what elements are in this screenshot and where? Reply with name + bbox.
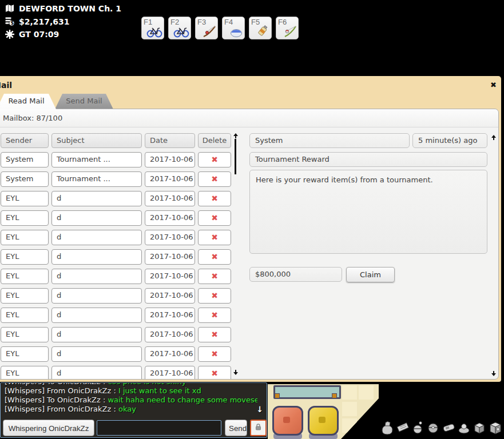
delete-x-icon[interactable]: ✖ [211, 155, 218, 164]
cell-sender[interactable]: EYL [1, 366, 49, 379]
cell-date[interactable]: 2017-10-06 [145, 288, 195, 304]
delete-mail-button[interactable]: ✖ [198, 191, 231, 206]
table-row[interactable]: EYL d 2017-10-06 ✖ [1, 308, 231, 323]
cell-sender[interactable]: System [1, 152, 49, 167]
cell-date[interactable]: 2017-10-06 [145, 152, 195, 167]
table-scrollbar-thumb[interactable] [235, 139, 236, 174]
tab-read-mail[interactable]: Read Mail [0, 94, 56, 109]
delete-mail-button[interactable]: ✖ [198, 346, 231, 362]
table-row[interactable]: EYL d 2017-10-06 ✖ [1, 249, 231, 265]
chat-log[interactable]: [Whispers] To OnicDrakZz : cos price is … [5, 383, 257, 418]
hotbar-f1-button[interactable]: F1 [141, 17, 164, 39]
device-icon[interactable] [459, 424, 469, 433]
table-row[interactable]: EYL d 2017-10-06 ✖ [1, 366, 231, 379]
cell-subject[interactable]: d [51, 346, 142, 362]
delete-x-icon[interactable]: ✖ [211, 369, 218, 378]
cell-subject[interactable]: d [51, 210, 142, 226]
tab-send-mail[interactable]: Send Mail [55, 94, 113, 109]
delete-x-icon[interactable]: ✖ [211, 194, 218, 203]
chat-scroll-down-icon[interactable]: ↓ [256, 405, 263, 414]
cell-date[interactable]: 2017-10-06 [145, 269, 195, 284]
delete-x-icon[interactable]: ✖ [211, 310, 218, 320]
cell-sender[interactable]: EYL [1, 269, 49, 284]
delete-mail-button[interactable]: ✖ [198, 288, 231, 304]
pokeball-sparkle-icon[interactable] [414, 422, 422, 433]
cell-subject[interactable]: d [51, 269, 142, 284]
cell-date[interactable]: 2017-10-06 [145, 346, 195, 362]
delete-mail-button[interactable]: ✖ [198, 171, 231, 187]
cell-subject[interactable]: d [51, 366, 142, 379]
delete-x-icon[interactable]: ✖ [211, 174, 218, 183]
close-icon[interactable]: ✖ [490, 81, 497, 89]
table-row[interactable]: EYL d 2017-10-06 ✖ [1, 288, 231, 304]
cell-subject[interactable]: d [51, 191, 142, 206]
cell-subject[interactable]: d [51, 288, 142, 304]
send-button[interactable]: Send [225, 420, 247, 436]
cell-date[interactable]: 2017-10-06 [145, 171, 195, 187]
table-row[interactable]: EYL d 2017-10-06 ✖ [1, 210, 231, 226]
cell-sender[interactable]: EYL [1, 210, 49, 226]
delete-mail-button[interactable]: ✖ [198, 269, 231, 284]
cell-sender[interactable]: System [1, 171, 49, 187]
cell-subject[interactable]: d [51, 249, 142, 265]
cell-subject[interactable]: Tournament ... [51, 152, 142, 167]
table-scroll-down-icon[interactable] [232, 370, 239, 376]
phone-icon[interactable] [443, 424, 455, 432]
table-row[interactable]: EYL d 2017-10-06 ✖ [1, 230, 231, 245]
delete-mail-button[interactable]: ✖ [198, 327, 231, 342]
cell-sender[interactable]: EYL [1, 346, 49, 362]
delete-mail-button[interactable]: ✖ [198, 249, 231, 265]
delete-x-icon[interactable]: ✖ [211, 330, 218, 339]
hotbar-f4-button[interactable]: F4 [222, 17, 245, 39]
table-row[interactable]: EYL d 2017-10-06 ✖ [1, 191, 231, 206]
delete-x-icon[interactable]: ✖ [211, 291, 218, 300]
delete-x-icon[interactable]: ✖ [211, 233, 218, 242]
delete-mail-button[interactable]: ✖ [198, 308, 231, 323]
cell-sender[interactable]: EYL [1, 327, 49, 342]
header-date[interactable]: Date [145, 133, 195, 148]
cell-subject[interactable]: Tournament ... [51, 171, 142, 187]
camera-box-icon[interactable] [490, 422, 501, 434]
cell-subject[interactable]: d [51, 327, 142, 342]
cell-date[interactable]: 2017-10-06 [145, 210, 195, 226]
delete-x-icon[interactable]: ✖ [211, 213, 218, 222]
delete-mail-button[interactable]: ✖ [198, 210, 231, 226]
chat-channel-button[interactable]: Whispering OnicDrakZz [3, 420, 94, 436]
delete-mail-button[interactable]: ✖ [198, 230, 231, 245]
cell-sender[interactable]: EYL [1, 249, 49, 265]
header-subject[interactable]: Subject [51, 133, 142, 148]
cell-date[interactable]: 2017-10-06 [145, 308, 195, 323]
cell-sender[interactable]: EYL [1, 308, 49, 323]
cell-sender[interactable]: EYL [1, 230, 49, 245]
hotbar-f3-button[interactable]: F3 [195, 17, 218, 39]
cell-date[interactable]: 2017-10-06 [145, 230, 195, 245]
table-row[interactable]: EYL d 2017-10-06 ✖ [1, 327, 231, 342]
header-delete[interactable]: Delete [198, 133, 231, 148]
bag-icon[interactable] [382, 422, 392, 435]
hotbar-f2-button[interactable]: F2 [168, 17, 191, 39]
detail-scroll-down-icon[interactable] [490, 371, 497, 377]
cell-date[interactable]: 2017-10-06 [145, 366, 195, 379]
cell-date[interactable]: 2017-10-06 [145, 191, 195, 206]
hotbar-f5-button[interactable]: F5 [249, 17, 272, 39]
delete-x-icon[interactable]: ✖ [211, 349, 218, 358]
pokeball-icon[interactable] [428, 424, 438, 433]
cube-item-icon[interactable] [475, 423, 484, 433]
table-scroll-up-icon[interactable] [232, 133, 239, 139]
claim-button[interactable]: Claim [346, 267, 395, 282]
hotbar-f6-button[interactable]: F6 [276, 17, 299, 39]
ticket-icon[interactable] [397, 423, 408, 432]
cell-date[interactable]: 2017-10-06 [145, 249, 195, 265]
cell-date[interactable]: 2017-10-06 [145, 327, 195, 342]
header-sender[interactable]: Sender [1, 133, 49, 148]
chat-lock-button[interactable] [250, 420, 267, 436]
delete-mail-button[interactable]: ✖ [198, 152, 231, 167]
delete-x-icon[interactable]: ✖ [211, 272, 218, 281]
delete-x-icon[interactable]: ✖ [211, 252, 218, 261]
cell-sender[interactable]: EYL [1, 191, 49, 206]
table-row[interactable]: System Tournament ... 2017-10-06 ✖ [1, 152, 231, 167]
detail-scroll-up-icon[interactable] [490, 135, 497, 141]
table-row[interactable]: System Tournament ... 2017-10-06 ✖ [1, 171, 231, 187]
cell-subject[interactable]: d [51, 308, 142, 323]
table-row[interactable]: EYL d 2017-10-06 ✖ [1, 269, 231, 284]
